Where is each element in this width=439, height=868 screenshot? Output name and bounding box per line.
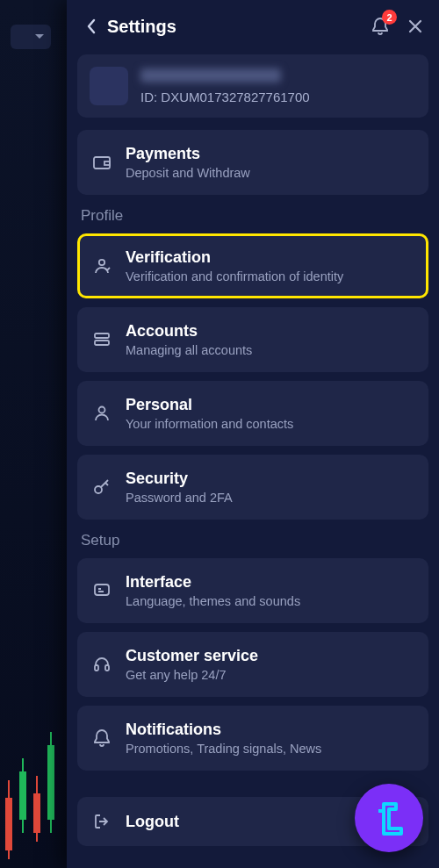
menu-item-customer-service[interactable]: Customer service Get any help 24/7 xyxy=(77,632,428,697)
item-label: Security xyxy=(126,470,233,488)
item-label: Verification xyxy=(126,248,343,267)
item-label: Accounts xyxy=(126,322,252,341)
notifications-badge: 2 xyxy=(382,10,397,25)
menu-item-accounts[interactable]: Accounts Managing all accounts xyxy=(77,307,428,372)
item-label: Customer service xyxy=(126,647,258,665)
background-chart-sliver xyxy=(0,0,67,868)
floating-action-button[interactable] xyxy=(355,784,423,852)
item-sub: Deposit and Withdraw xyxy=(126,166,250,180)
chevron-left-icon xyxy=(86,18,97,34)
interface-icon xyxy=(92,581,112,600)
svg-rect-9 xyxy=(104,161,110,165)
item-sub: Your information and contacts xyxy=(126,417,293,431)
panel-header: Settings 2 xyxy=(77,12,428,47)
item-sub: Verification and confirmation of identit… xyxy=(126,269,343,283)
brand-logo-icon xyxy=(370,799,408,837)
svg-rect-15 xyxy=(95,585,109,595)
svg-rect-8 xyxy=(94,157,110,169)
logout-icon xyxy=(92,812,112,831)
headset-icon xyxy=(92,655,112,674)
verification-icon xyxy=(92,256,112,276)
key-icon xyxy=(92,477,112,497)
item-sub: Language, themes and sounds xyxy=(126,594,300,608)
svg-rect-17 xyxy=(105,665,109,671)
avatar xyxy=(90,67,128,105)
item-sub: Promotions, Trading signals, News xyxy=(126,742,321,756)
account-name-obscured xyxy=(140,68,281,82)
section-setup: Setup xyxy=(81,532,425,549)
notifications-button[interactable]: 2 xyxy=(369,15,392,38)
accounts-icon xyxy=(92,330,112,349)
page-title: Settings xyxy=(107,17,176,37)
svg-point-14 xyxy=(95,486,102,493)
item-sub: Password and 2FA xyxy=(126,491,233,505)
svg-point-10 xyxy=(99,260,104,265)
svg-rect-12 xyxy=(95,341,109,345)
menu-item-verification[interactable]: Verification Verification and confirmati… xyxy=(77,233,428,298)
account-card[interactable]: ID: DXUM017327827761700 xyxy=(77,54,428,118)
menu-item-personal[interactable]: Personal Your information and contacts xyxy=(77,381,428,446)
item-label: Payments xyxy=(126,145,250,163)
candlestick-preview xyxy=(0,710,67,868)
bell-icon xyxy=(92,728,112,748)
collapsed-dropdown[interactable] xyxy=(11,25,51,49)
wallet-icon xyxy=(92,153,112,172)
menu-item-interface[interactable]: Interface Language, themes and sounds xyxy=(77,558,428,623)
section-profile: Profile xyxy=(81,207,425,225)
menu-item-payments[interactable]: Payments Deposit and Withdraw xyxy=(77,130,428,195)
svg-rect-16 xyxy=(95,665,98,671)
item-sub: Managing all accounts xyxy=(126,343,252,357)
back-button[interactable] xyxy=(79,14,104,39)
account-id: ID: DXUM017327827761700 xyxy=(140,90,310,104)
item-sub: Get any help 24/7 xyxy=(126,668,258,682)
svg-point-13 xyxy=(99,407,105,413)
menu-item-security[interactable]: Security Password and 2FA xyxy=(77,455,428,520)
close-icon xyxy=(407,18,423,34)
item-label: Interface xyxy=(126,573,300,592)
menu-item-notifications[interactable]: Notifications Promotions, Trading signal… xyxy=(77,706,428,771)
item-label: Notifications xyxy=(126,721,321,739)
item-label: Logout xyxy=(126,813,179,831)
item-label: Personal xyxy=(126,396,293,414)
close-button[interactable] xyxy=(404,15,427,38)
svg-rect-11 xyxy=(95,334,109,338)
settings-panel: Settings 2 ID: DXUM017327827761700 xyxy=(67,0,439,868)
person-icon xyxy=(92,404,112,423)
